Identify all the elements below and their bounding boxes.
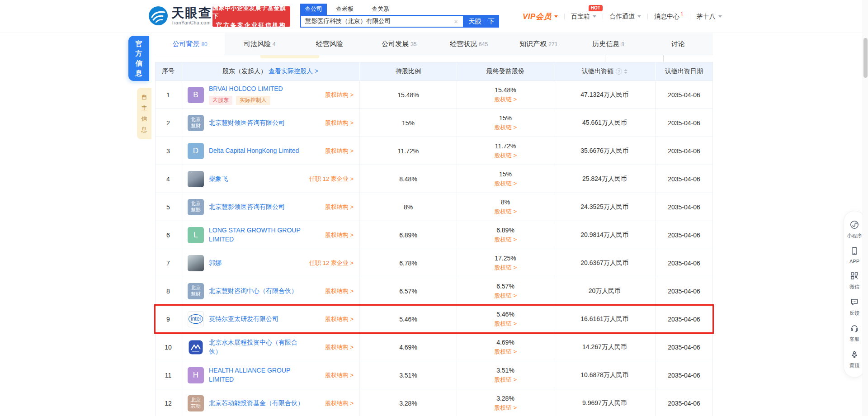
- shareholder-avatar[interactable]: H: [188, 367, 204, 383]
- side-tab-self-info[interactable]: 自主信息: [137, 88, 151, 139]
- shareholder-name-link[interactable]: Delta Capital HongKong Limited: [209, 147, 299, 156]
- nav-tab[interactable]: 司法风险4: [225, 33, 294, 55]
- equity-structure-link[interactable]: 股权结构 >: [325, 203, 354, 211]
- nav-tab-label: 历史信息: [592, 40, 619, 48]
- floatbar-item-小程序[interactable]: 小程序: [847, 220, 862, 239]
- shareholder-name-link[interactable]: 英特尔亚太研发有限公司: [209, 315, 278, 324]
- equity-chain-link[interactable]: 股权链 >: [494, 208, 517, 216]
- equity-structure-link[interactable]: 股权结构 >: [325, 315, 354, 323]
- vip-member-menu[interactable]: VIP会员: [523, 11, 558, 22]
- equity-structure-link[interactable]: 任职 12 家企业 >: [309, 175, 354, 183]
- equity-chain-link[interactable]: 股权链 >: [494, 180, 517, 188]
- shareholder-name-link[interactable]: 北京慧财领医咨询有限公司: [209, 118, 285, 128]
- equity-structure-link[interactable]: 股权结构 >: [325, 371, 354, 379]
- nav-tab[interactable]: 经营风险: [295, 33, 364, 55]
- user-menu[interactable]: 茅十八: [697, 13, 722, 21]
- floatbar-item-客服[interactable]: 客服: [849, 324, 859, 343]
- equity-chain-link[interactable]: 股权链 >: [494, 348, 517, 356]
- nav-tab-count: 271: [548, 41, 557, 47]
- col-header-capital: 认缴出资额 ?: [554, 62, 656, 80]
- floatbar-item-微信[interactable]: 微信: [849, 271, 859, 290]
- message-center-menu[interactable]: 消息中心 1: [654, 13, 684, 21]
- shareholder-name-link[interactable]: 北京慧财咨询中心（有限合伙）: [209, 287, 297, 296]
- nav-tab[interactable]: 公司发展35: [364, 33, 434, 55]
- search-tab[interactable]: 查老板: [331, 4, 358, 15]
- partial-dropdown-control[interactable]: [605, 54, 664, 62]
- sort-icon[interactable]: [624, 69, 627, 74]
- floatbar-item-置顶[interactable]: 置顶: [849, 350, 859, 369]
- table-row: 8 北京慧财 北京慧财咨询中心（有限合伙） 股权结构 > 6.57% 6.57%…: [156, 277, 712, 305]
- equity-chain-link[interactable]: 股权链 >: [494, 264, 517, 272]
- nav-tab[interactable]: 经营状况645: [434, 33, 504, 55]
- shareholder-avatar[interactable]: [188, 255, 204, 271]
- holding-ratio-value: 8%: [404, 203, 413, 211]
- equity-chain-link[interactable]: 股权链 >: [494, 123, 517, 132]
- equity-structure-link[interactable]: 股权结构 >: [325, 399, 354, 407]
- shareholder-name-link[interactable]: 北京芯动能投资基金（有限合伙）: [209, 399, 304, 408]
- row-index: 8: [166, 288, 170, 295]
- search-input-value[interactable]: 慧影医疗科技（北京）有限公司: [305, 17, 453, 25]
- shareholder-avatar[interactable]: [188, 171, 204, 187]
- equity-chain-link[interactable]: 股权链 >: [494, 376, 517, 384]
- equity-chain-link[interactable]: 股权链 >: [494, 320, 517, 328]
- col-header-beneficial: 最终受益股份: [457, 62, 554, 80]
- subscription-date-value: 2035-04-06: [668, 147, 700, 155]
- nav-tab[interactable]: 知识产权271: [504, 33, 573, 55]
- table-row: 3 D Delta Capital HongKong Limited 股权结构 …: [156, 137, 712, 165]
- equity-structure-link[interactable]: 股权结构 >: [325, 231, 354, 239]
- side-tab-official-info[interactable]: 官方信息: [128, 36, 149, 81]
- equity-structure-link[interactable]: 股权结构 >: [325, 147, 354, 155]
- floatbar-item-APP[interactable]: APP: [849, 246, 859, 264]
- search-button[interactable]: 天眼一下: [464, 15, 499, 28]
- shareholder-avatar[interactable]: 北京芯动: [188, 395, 204, 411]
- shareholder-avatar[interactable]: L: [188, 227, 204, 243]
- shareholder-avatar[interactable]: [188, 339, 204, 355]
- scrollbar-thumb[interactable]: [863, 38, 868, 78]
- shareholder-name-link[interactable]: 柴象飞: [209, 175, 228, 184]
- shareholder-name-link[interactable]: LONG STAR GROWTH GROUP LIMITED: [209, 226, 305, 244]
- table-row: 10 北京水木展程投资中心（有限合伙） 股权结构 > 4.69% 4.69% 股…: [156, 333, 712, 361]
- shareholder-avatar[interactable]: 北京慧财: [188, 115, 204, 131]
- equity-structure-link[interactable]: 股权结构 >: [325, 287, 354, 295]
- toolbox-menu[interactable]: 百宝箱 HOT: [571, 13, 596, 21]
- equity-chain-link[interactable]: 股权链 >: [494, 151, 517, 160]
- search-input[interactable]: 慧影医疗科技（北京）有限公司 ×: [300, 15, 464, 28]
- view-actual-controller-link[interactable]: 查看实际控股人 >: [269, 67, 318, 76]
- equity-structure-link[interactable]: 股权结构 >: [325, 91, 354, 99]
- page-scrollbar[interactable]: [863, 0, 868, 416]
- shareholder-name-link[interactable]: BRVAI HOLDCO LIMITED: [209, 85, 283, 94]
- clear-search-icon[interactable]: ×: [453, 18, 459, 25]
- shareholder-name-link[interactable]: 北京慧影领医咨询有限公司: [209, 203, 285, 212]
- nav-tab[interactable]: 历史信息8: [574, 33, 643, 55]
- shareholder-avatar[interactable]: intel: [188, 311, 204, 327]
- equity-chain-link[interactable]: 股权链 >: [494, 404, 517, 412]
- chevron-down-icon: [554, 15, 558, 18]
- shareholder-avatar[interactable]: 北京慧影: [188, 199, 204, 215]
- equity-structure-link[interactable]: 任职 12 家企业 >: [309, 259, 354, 267]
- nav-tab[interactable]: 公司背景80: [155, 33, 225, 55]
- equity-structure-link[interactable]: 股权结构 >: [325, 343, 354, 351]
- search-tab[interactable]: 查公司: [300, 4, 327, 15]
- row-index: 10: [165, 344, 172, 351]
- search-tab[interactable]: 查关系: [367, 4, 394, 15]
- equity-structure-link[interactable]: 股权结构 >: [325, 119, 354, 127]
- cooperation-label: 合作通道: [609, 13, 635, 21]
- beneficial-share-value: 8%: [501, 199, 510, 206]
- shareholder-avatar[interactable]: D: [188, 143, 204, 159]
- shareholder-name-link[interactable]: 北京水木展程投资中心（有限合伙）: [209, 338, 305, 356]
- holding-ratio-value: 3.51%: [399, 372, 417, 379]
- equity-chain-link[interactable]: 股权链 >: [494, 292, 517, 300]
- nav-tab[interactable]: 讨论: [643, 33, 713, 55]
- cooperation-menu[interactable]: 合作通道: [609, 13, 641, 21]
- equity-chain-link[interactable]: 股权链 >: [494, 95, 517, 104]
- equity-chain-link[interactable]: 股权链 >: [494, 236, 517, 244]
- message-center-label: 消息中心: [654, 13, 679, 21]
- nav-tab-label: 司法风险: [244, 40, 271, 48]
- shareholder-avatar[interactable]: B: [188, 87, 204, 103]
- info-icon[interactable]: ?: [616, 68, 622, 75]
- shareholder-avatar[interactable]: 北京慧财: [188, 283, 204, 299]
- shareholder-name-link[interactable]: 郭娜: [209, 259, 222, 268]
- tianyancha-logo[interactable]: 天眼查 TianYanCha.com: [148, 6, 212, 26]
- shareholder-name-link[interactable]: HEALTH ALLIANCE GROUP LIMITED: [209, 366, 305, 384]
- floatbar-item-反馈[interactable]: 反馈: [849, 298, 859, 317]
